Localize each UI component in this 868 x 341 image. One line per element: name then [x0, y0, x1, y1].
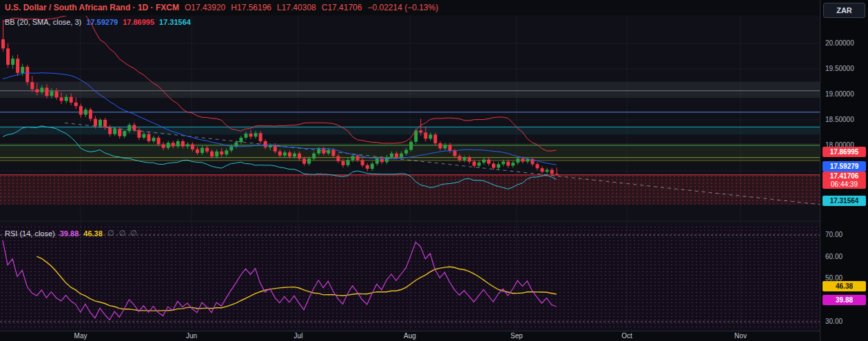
rsi-line[interactable] [3, 240, 557, 320]
chart-area[interactable] [0, 0, 868, 341]
price-axis-badge: 17.4170606:44:39 [823, 172, 866, 189]
open-value: O17.43920 [185, 3, 225, 12]
chart-header: U.S. Dollar / South African Rand · 1D · … [0, 0, 820, 15]
month-label[interactable]: Nov [734, 331, 747, 341]
axis-tick-label: 19.50000 [825, 65, 854, 72]
rsi-legend[interactable]: RSI (14, close) 39.88 46.38 ∅ ∅ ∅ [5, 229, 138, 238]
chart-canvas[interactable] [0, 0, 868, 341]
time-scale[interactable]: MayJunJulAugSepOctNov [0, 331, 820, 341]
month-label[interactable]: Jul [294, 331, 303, 341]
price-scale[interactable]: ZAR 20.0000019.5000019.0000018.5000018.0… [820, 0, 868, 341]
axis-tick-label: 19.00000 [825, 90, 854, 98]
bb-legend-label[interactable]: BB (20, SMA, close, 3) [5, 18, 81, 26]
pane-divider[interactable] [0, 220, 820, 222]
axis-tick-label: 20.00000 [825, 39, 854, 47]
low-value: L17.40308 [277, 3, 316, 12]
currency-label: ZAR [836, 6, 852, 14]
month-label[interactable]: May [74, 331, 87, 341]
axis-tick-label: 18.50000 [825, 116, 854, 123]
bb-upper-value: 17.86995 [123, 18, 154, 26]
rsi-ma-value: 46.38 [83, 229, 103, 238]
bb-lower-value: 17.31564 [159, 18, 191, 26]
axis-tick-label: 30.00 [825, 318, 843, 325]
rsi-ma-line[interactable] [37, 256, 556, 311]
axis-tick-label: 70.00 [825, 231, 843, 238]
month-label[interactable]: Aug [404, 331, 416, 341]
month-label[interactable]: Oct [621, 331, 632, 341]
currency-toggle-button[interactable]: ZAR [823, 3, 865, 18]
red-zone-texture [0, 175, 820, 205]
price-axis-badge: 17.31564 [823, 196, 866, 206]
rsi-hidden-values: ∅ ∅ ∅ [107, 229, 138, 238]
price-axis-badge: 17.86995 [823, 147, 866, 157]
rsi-legend-label[interactable]: RSI (14, close) [5, 229, 55, 238]
trading-platform: U.S. Dollar / South African Rand · 1D · … [0, 0, 868, 341]
price-axis-badge: 17.59279 [823, 161, 866, 172]
month-label[interactable]: Sep [510, 331, 523, 341]
price-zone[interactable] [0, 81, 820, 98]
high-value: H17.56196 [231, 3, 271, 12]
change-value: −0.02214 (−0.13%) [367, 3, 438, 12]
axis-tick-label: 60.00 [825, 253, 843, 260]
rsi-axis-badge: 46.38 [823, 281, 866, 291]
rsi-value: 39.88 [60, 229, 79, 238]
close-value: C17.41706 [322, 3, 362, 12]
bb-basis-value: 17.59279 [86, 18, 118, 26]
bb-legend[interactable]: BB (20, SMA, close, 3) 17.59279 17.86995… [5, 18, 191, 26]
vertical-gridlines [81, 16, 741, 329]
symbol-title[interactable]: U.S. Dollar / South African Rand · 1D · … [5, 3, 179, 12]
rsi-axis-badge: 39.88 [823, 295, 866, 305]
month-label[interactable]: Jun [186, 331, 197, 341]
